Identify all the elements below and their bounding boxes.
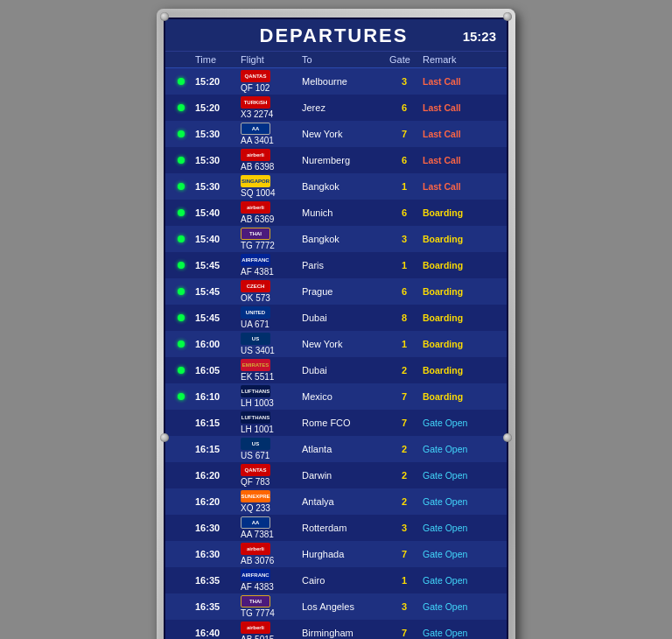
flight-number: UNITEDUA 671: [239, 305, 300, 330]
table-row: 16:30AAAA 7381Rotterdam3Gate Open: [165, 515, 507, 541]
flight-destination: Bangkok: [300, 180, 388, 193]
flight-status: Gate Open: [421, 469, 482, 481]
flight-number: airberliAB 6398: [239, 148, 300, 172]
col-time: Time: [193, 53, 239, 66]
flight-gate: 7: [388, 417, 421, 429]
flight-gate: 1: [388, 338, 421, 350]
table-row: 15:40airberliAB 6369Munich6Boarding: [165, 200, 507, 226]
col-gate: Gate: [388, 53, 421, 66]
flight-time: 15:45: [193, 259, 239, 271]
flight-time: 16:10: [193, 390, 239, 403]
flight-number: QANTASQF 102: [239, 69, 300, 94]
flight-destination: Paris: [300, 259, 388, 271]
flight-number: AIRFRANCAF 4381: [239, 253, 300, 277]
flight-code: QF 102: [241, 83, 298, 93]
table-row: 15:45CZECHOK 573Prague6Boarding: [165, 278, 507, 305]
flight-time: 15:20: [193, 75, 239, 88]
flight-destination: Atlanta: [300, 443, 388, 455]
airline-logo: SUNEXPRE: [241, 490, 270, 502]
flight-status: Boarding: [421, 259, 482, 271]
flight-time: 16:35: [193, 600, 239, 613]
screw-ml: [160, 433, 169, 442]
flight-status: Last Call: [421, 180, 482, 193]
flight-time: 16:20: [193, 469, 239, 481]
table-row: 16:30airberliAB 3076Hurghada7Gate Open: [165, 541, 507, 567]
flight-time: 15:45: [193, 312, 239, 324]
flight-destination: Bangkok: [300, 233, 388, 245]
table-row: 15:20QANTASQF 102Melbourne3Last Call: [165, 68, 507, 95]
board-time: 15:23: [457, 29, 496, 44]
flight-destination: New York: [300, 338, 388, 350]
status-indicator: [178, 78, 185, 85]
flight-destination: Rome FCO: [300, 417, 388, 429]
flight-time: 16:15: [193, 417, 239, 429]
flight-destination: Dubai: [300, 312, 388, 324]
table-row: 15:30airberliAB 6398Nuremberg6Last Call: [165, 147, 507, 173]
airline-logo: CZECH: [241, 280, 270, 292]
flight-number: EMIRATESEK 5511: [239, 358, 300, 383]
flight-gate: 2: [388, 443, 421, 455]
flight-time: 16:20: [193, 495, 239, 508]
airline-logo: LUFTHANS: [241, 385, 270, 397]
flight-time: 16:00: [193, 338, 239, 350]
airline-logo: airberli: [241, 621, 270, 634]
flight-status: Last Call: [421, 75, 482, 88]
flight-gate: 1: [388, 259, 421, 271]
flight-destination: Hurghada: [300, 548, 388, 560]
airline-logo: EMIRATES: [241, 359, 270, 371]
flight-gate: 6: [388, 154, 421, 166]
airline-logo: AIRFRANC: [241, 569, 270, 581]
table-row: 16:20QANTASQF 783Darwin2Gate Open: [165, 462, 507, 488]
flight-time: 16:15: [193, 443, 239, 455]
col-dot: [169, 53, 193, 66]
flight-code: AA 7381: [241, 530, 298, 539]
status-indicator: [178, 288, 185, 295]
flight-status: Boarding: [421, 338, 482, 350]
flight-gate: 8: [388, 312, 421, 324]
status-indicator: [178, 130, 185, 137]
flight-status: Boarding: [421, 364, 482, 376]
airline-logo: SINGAPOR: [241, 175, 270, 187]
table-row: 15:45AIRFRANCAF 4381Paris1Boarding: [165, 252, 507, 278]
flight-code: SQ 1004: [241, 188, 298, 198]
airline-logo: LUFTHANS: [241, 411, 270, 424]
flight-gate: 7: [388, 548, 421, 560]
flight-gate: 6: [388, 207, 421, 219]
flight-gate: 1: [388, 574, 421, 586]
table-row: 16:40airberliAB 5015Birmingham7Gate Open: [165, 620, 507, 639]
airline-logo: AIRFRANC: [241, 254, 270, 266]
flight-code: AB 5015: [241, 635, 298, 639]
flight-status: Last Call: [421, 154, 482, 166]
flight-code: AB 3076: [241, 556, 298, 565]
flight-code: AB 6369: [241, 214, 298, 224]
flight-destination: Dubai: [300, 364, 388, 376]
flight-time: 15:40: [193, 207, 239, 219]
screw-tl: [160, 12, 169, 21]
airline-logo: THAI: [241, 595, 270, 607]
flight-time: 15:30: [193, 154, 239, 166]
flight-gate: 3: [388, 233, 421, 245]
flight-number: THAITG 7772: [239, 227, 300, 251]
status-indicator: [178, 262, 185, 269]
flight-number: TURKiSHX3 2274: [239, 95, 300, 120]
status-indicator: [178, 183, 185, 190]
flight-gate: 6: [388, 285, 421, 298]
table-row: 16:20SUNEXPREXQ 233Antalya2Gate Open: [165, 488, 507, 515]
table-row: 15:40THAITG 7772Bangkok3Boarding: [165, 226, 507, 252]
flight-destination: Antalya: [300, 495, 388, 508]
flight-destination: New York: [300, 128, 388, 140]
flight-time: 15:20: [193, 102, 239, 114]
table-row: 15:30AAAA 3401New York7Last Call: [165, 121, 507, 147]
airline-logo: airberli: [241, 201, 270, 214]
flight-number: LUFTHANSLH 1003: [239, 384, 300, 409]
flight-code: AB 6398: [241, 162, 298, 172]
flight-status: Boarding: [421, 233, 482, 245]
screw-mr: [503, 433, 512, 442]
flight-number: USUS 671: [239, 437, 300, 461]
flight-time: 15:40: [193, 233, 239, 245]
flight-gate: 7: [388, 627, 421, 639]
status-indicator: [178, 235, 185, 242]
airline-logo: airberli: [241, 149, 270, 161]
table-row: 16:35THAITG 7774Los Angeles3Gate Open: [165, 593, 507, 620]
airline-logo: UNITED: [241, 306, 270, 319]
